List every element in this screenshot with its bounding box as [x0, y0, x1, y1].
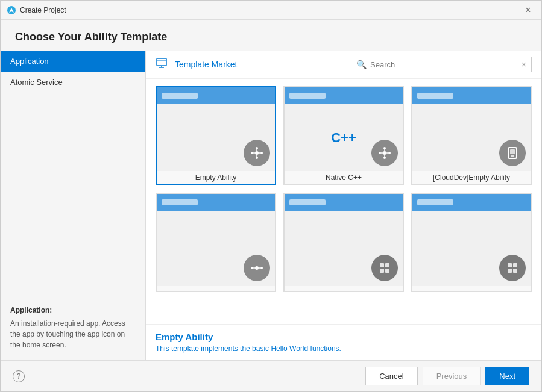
svg-rect-31 — [380, 263, 384, 267]
selected-template-description: This template implements the basic Hello… — [156, 344, 532, 353]
selected-template-info: Empty Ability This template implements t… — [146, 324, 541, 360]
footer: ? Cancel Previous Next — [1, 360, 541, 391]
card-icon-5 — [371, 255, 398, 281]
panel-header: Template Market 🔍 × — [146, 51, 541, 79]
search-icon: 🔍 — [356, 60, 367, 69]
card-header-inner-6 — [417, 199, 453, 205]
footer-buttons: Cancel Previous Next — [365, 367, 529, 385]
template-card-4[interactable] — [156, 193, 276, 292]
svg-point-16 — [388, 152, 391, 154]
window-title: Create Project — [20, 6, 521, 14]
close-button[interactable]: × — [521, 3, 535, 17]
previous-button[interactable]: Previous — [423, 367, 481, 385]
card-header-bar-2 — [285, 87, 403, 104]
card-body-3 — [412, 104, 531, 171]
search-box: 🔍 × — [351, 57, 532, 72]
svg-point-5 — [255, 151, 259, 155]
app-icon — [7, 5, 16, 15]
svg-point-26 — [255, 266, 259, 270]
card-header-bar-5 — [285, 194, 403, 211]
svg-point-8 — [256, 147, 258, 149]
template-grid: Empty Ability C++ — [146, 79, 541, 324]
card-header-bar-4 — [157, 194, 275, 211]
svg-point-15 — [379, 152, 381, 154]
card-header-inner-2 — [289, 93, 326, 99]
sidebar-item-atomic-service[interactable]: Atomic Service — [1, 72, 145, 93]
svg-rect-34 — [385, 269, 389, 273]
desc-title: Application: — [10, 305, 136, 316]
desc-text: An installation-required app. Access the… — [10, 318, 136, 350]
right-panel: Template Market 🔍 × — [145, 51, 541, 360]
card-header-inner-5 — [289, 199, 326, 205]
svg-point-27 — [251, 267, 253, 269]
card-body-2: C++ — [285, 104, 403, 171]
template-card-empty-ability[interactable]: Empty Ability — [156, 86, 276, 185]
svg-point-18 — [383, 157, 386, 159]
card-header-inner — [162, 93, 198, 99]
market-title: Template Market — [175, 60, 344, 69]
sidebar-description: Application: An installation-required ap… — [1, 295, 145, 360]
template-label-4 — [157, 286, 275, 291]
card-header-bar-3 — [412, 87, 531, 104]
template-label-5 — [285, 286, 403, 291]
content-area: Application Atomic Service Application: … — [1, 51, 541, 360]
svg-rect-37 — [508, 269, 512, 273]
card-body-5 — [285, 211, 403, 286]
card-header-bar — [157, 87, 275, 104]
template-card-clouddev[interactable]: [CloudDev]Empty Ability — [411, 86, 532, 185]
svg-point-14 — [383, 151, 386, 155]
template-label-clouddev: [CloudDev]Empty Ability — [412, 171, 531, 184]
template-card-5[interactable] — [283, 193, 404, 292]
svg-point-9 — [256, 157, 258, 159]
template-label-empty-ability: Empty Ability — [157, 171, 275, 184]
card-header-inner-4 — [162, 199, 198, 205]
card-icon-nodes — [244, 140, 270, 166]
svg-point-17 — [383, 147, 386, 149]
svg-rect-33 — [380, 269, 384, 273]
svg-point-6 — [251, 152, 253, 154]
sidebar: Application Atomic Service Application: … — [1, 51, 145, 360]
search-input[interactable] — [370, 60, 518, 69]
selected-template-title: Empty Ability — [156, 332, 532, 342]
sidebar-item-application[interactable]: Application — [1, 51, 145, 72]
cancel-button[interactable]: Cancel — [365, 367, 417, 385]
svg-rect-32 — [385, 263, 389, 267]
card-body-6 — [412, 211, 531, 286]
template-label-native-cpp: Native C++ — [285, 171, 403, 184]
svg-rect-24 — [510, 149, 515, 154]
svg-rect-2 — [157, 60, 166, 61]
help-icon[interactable]: ? — [13, 370, 25, 382]
titlebar: Create Project × — [1, 1, 541, 20]
card-icon-nodes-2 — [371, 140, 398, 166]
card-body-4 — [157, 211, 275, 286]
svg-rect-1 — [157, 58, 166, 66]
card-body — [157, 104, 275, 171]
next-button[interactable]: Next — [485, 367, 529, 385]
svg-rect-36 — [513, 263, 517, 267]
create-project-window: Create Project × Choose Your Ability Tem… — [0, 0, 542, 392]
template-label-6 — [412, 286, 531, 291]
svg-point-7 — [260, 152, 263, 154]
svg-point-28 — [260, 267, 263, 269]
card-icon-4 — [244, 255, 270, 281]
footer-left: ? — [13, 370, 25, 382]
cpp-text: C++ — [331, 130, 356, 146]
card-header-bar-6 — [412, 194, 531, 211]
svg-rect-35 — [508, 263, 512, 267]
card-icon-tablet — [499, 140, 526, 166]
clear-search-icon[interactable]: × — [522, 60, 526, 69]
market-icon — [156, 57, 168, 72]
page-title: Choose Your Ability Template — [1, 20, 541, 51]
card-icon-6 — [499, 255, 526, 281]
template-card-native-cpp[interactable]: C++ — [283, 86, 404, 185]
template-card-6[interactable] — [411, 193, 532, 292]
svg-rect-38 — [513, 269, 517, 273]
card-header-inner-3 — [417, 93, 453, 99]
